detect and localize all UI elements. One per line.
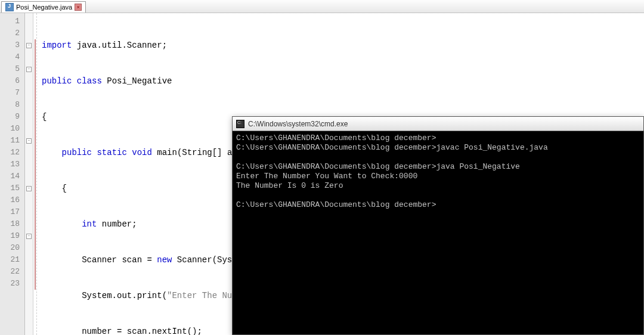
java-file-icon [5,3,14,11]
fold-toggle-icon[interactable]: - [26,234,32,239]
line-number: 23 [0,278,20,290]
fold-column: - - - - - [25,13,33,335]
line-number: 7 [0,87,20,99]
line-number: 15 [0,182,20,194]
line-number: 6 [0,75,20,87]
line-number: 1 [0,15,20,27]
line-number: 4 [0,51,20,63]
line-number: 5 [0,63,20,75]
close-icon[interactable]: × [75,4,82,11]
cmd-body[interactable]: C:\Users\GHANENDRA\Documents\blog decemb… [233,131,643,334]
line-number: 2 [0,27,20,39]
line-number: 17 [0,206,20,218]
fold-toggle-icon[interactable]: - [26,138,32,144]
tab-file[interactable]: Posi_Negative.java × [1,1,86,13]
line-number: 16 [0,194,20,206]
tab-filename: Posi_Negative.java [16,4,72,11]
margin-column [33,13,37,335]
line-number: 8 [0,99,20,111]
fold-toggle-icon[interactable]: - [26,67,32,72]
line-number: 11 [0,135,20,147]
line-number: 22 [0,266,20,278]
line-number: 12 [0,147,20,159]
line-number: 19 [0,230,20,242]
line-number: 20 [0,242,20,254]
cmd-icon [236,120,244,128]
fold-toggle-icon[interactable]: - [26,43,32,48]
line-gutter: 1 2 3 4 5 6 7 8 9 10 11 12 13 14 15 16 1… [0,13,25,335]
line-number: 10 [0,123,20,135]
line-number: 9 [0,111,20,123]
line-number: 21 [0,254,20,266]
tab-bar: Posi_Negative.java × [0,0,644,13]
line-number: 18 [0,218,20,230]
cmd-titlebar[interactable]: C:\Windows\system32\cmd.exe [233,117,643,131]
cmd-title: C:\Windows\system32\cmd.exe [248,120,348,128]
line-number: 13 [0,159,20,170]
line-number: 14 [0,170,20,182]
cmd-window[interactable]: C:\Windows\system32\cmd.exe C:\Users\GHA… [232,116,644,335]
line-number: 3 [0,39,20,51]
fold-toggle-icon[interactable]: - [26,186,32,191]
